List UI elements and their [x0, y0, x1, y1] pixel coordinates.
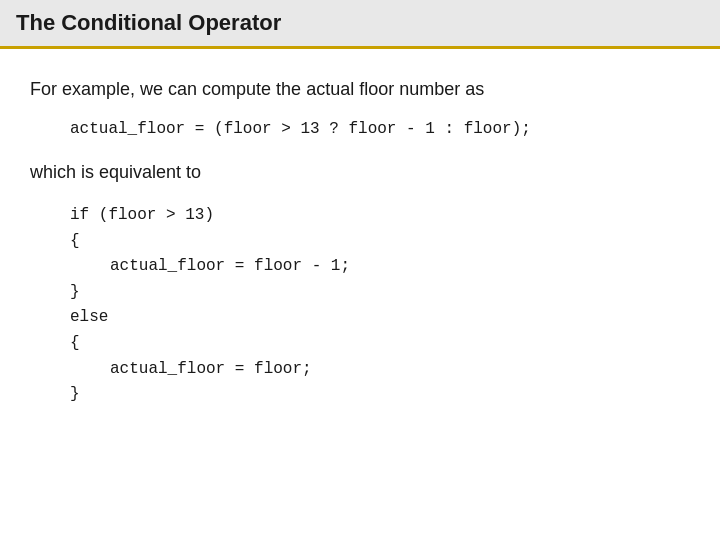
main-content: For example, we can compute the actual f… [0, 49, 720, 428]
header: The Conditional Operator [0, 0, 720, 49]
code-line-2: { [70, 229, 690, 255]
inline-code-line: actual_floor = (floor > 13 ? floor - 1 :… [70, 120, 531, 138]
code-line-1: if (floor > 13) [70, 203, 690, 229]
code-line-5: else [70, 305, 690, 331]
multiline-code-block: if (floor > 13) { actual_floor = floor -… [70, 203, 690, 408]
inline-code-block: actual_floor = (floor > 13 ? floor - 1 :… [70, 120, 690, 138]
equivalent-label: which is equivalent to [30, 162, 690, 183]
intro-text: For example, we can compute the actual f… [30, 79, 690, 100]
code-line-8: } [70, 382, 690, 408]
code-line-4: } [70, 280, 690, 306]
page-title: The Conditional Operator [16, 10, 281, 35]
code-line-7: actual_floor = floor; [110, 357, 690, 383]
code-line-3: actual_floor = floor - 1; [110, 254, 690, 280]
code-line-6: { [70, 331, 690, 357]
